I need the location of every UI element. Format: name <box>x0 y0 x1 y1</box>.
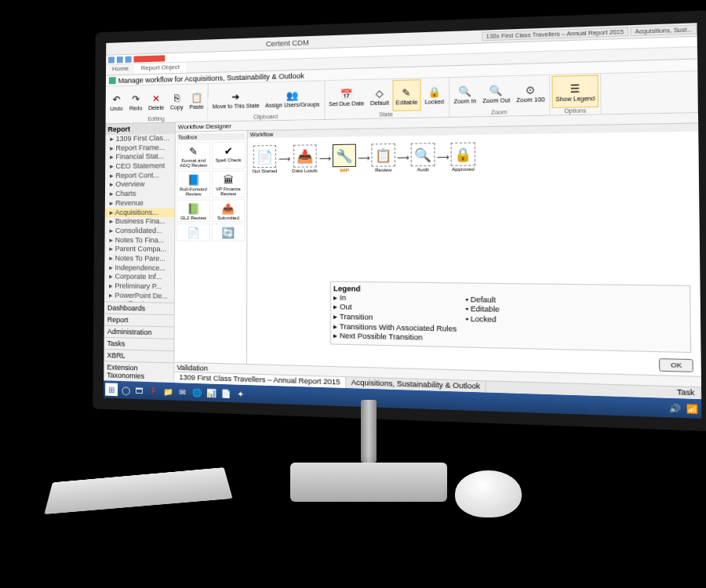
taskbar-icon[interactable]: 📄 <box>220 387 233 400</box>
taskbar-icon[interactable]: 🗔 <box>133 384 146 397</box>
toolbox-item[interactable]: 📘Roll-Forward Review <box>176 171 209 198</box>
zoom-in-icon: 🔍 <box>458 85 472 98</box>
set-due-button[interactable]: 📅Set Due Date <box>326 81 367 113</box>
tree-item[interactable]: ▸ Report Frame... <box>105 143 174 153</box>
toolbox-icon: ✎ <box>187 143 201 158</box>
qat-icon[interactable] <box>108 56 115 63</box>
taskbar-icon[interactable]: ◯ <box>119 383 132 397</box>
tree-item[interactable]: ▸ Financial Stat... <box>105 152 174 162</box>
taskbar-icon[interactable]: ✦ <box>234 387 247 401</box>
nav-header: Report <box>105 123 174 136</box>
redo-button[interactable]: ↷Redo <box>126 86 145 117</box>
toolbox-item[interactable]: 📤Submitted <box>212 199 246 222</box>
paste-button[interactable]: 📋Paste <box>187 85 206 115</box>
move-icon: ➜ <box>229 90 242 103</box>
keyboard <box>44 467 232 514</box>
document-tab[interactable]: Acquisitions, Sust... <box>630 24 697 36</box>
assign-button[interactable]: 👥Assign Users/Groups <box>263 82 322 114</box>
toolbox: Toolbox ✎Format and ADQ Review✔Spell Che… <box>174 131 247 364</box>
toolbox-icon: 📘 <box>186 172 200 187</box>
workflow-state[interactable]: 📄Not Started <box>253 145 278 173</box>
delete-icon: ✕ <box>150 92 162 104</box>
tree-item[interactable]: ▸ Business Fina... <box>105 217 175 227</box>
tree-item[interactable]: ▸ Parent Compa... <box>104 245 174 254</box>
toolbox-icon: ✔ <box>221 143 236 158</box>
zoom-100-icon: ⊙ <box>523 82 537 96</box>
toolbox-item[interactable]: ✎Format and ADQ Review <box>177 142 210 169</box>
tree-item[interactable]: ▸ Notes To Pare... <box>104 254 174 263</box>
toolbox-item[interactable]: ✔Spell Check <box>212 141 246 169</box>
taskbar-icon[interactable]: 🌐 <box>191 386 203 399</box>
qat-icon[interactable] <box>126 56 132 62</box>
tree-item[interactable]: ▸ Revenue <box>105 198 175 208</box>
ok-button[interactable]: OK <box>659 358 693 372</box>
tree-item[interactable]: ▸ 1309 First Class Tr... <box>105 134 174 144</box>
monitor-stand <box>282 400 455 510</box>
zoom-100-button[interactable]: ⊙Zoom 100 <box>514 76 548 109</box>
toolbox-icon: 📤 <box>221 201 236 215</box>
workflow-state[interactable]: 📥Data Loads <box>292 144 317 173</box>
tree-item[interactable]: ▸ Preliminary P... <box>104 281 174 292</box>
report-tree[interactable]: ▸ 1309 First Class Tr...▸ Report Frame..… <box>104 134 175 303</box>
mouse <box>455 470 522 517</box>
qat-icon[interactable] <box>117 56 123 63</box>
copy-icon: ⎘ <box>170 91 183 103</box>
nav-section[interactable]: Extension Taxonomies <box>104 361 173 383</box>
workflow-state[interactable]: 🔍Audit <box>411 143 435 172</box>
state-icon: 📄 <box>253 145 276 168</box>
tree-item[interactable]: ▸ Consolidated... <box>105 227 175 236</box>
taskbar-icon[interactable]: ✉ <box>176 385 188 398</box>
tree-item[interactable]: ▸ Independence... <box>104 263 174 274</box>
state-icon: 🔧 <box>333 144 356 168</box>
move-state-button[interactable]: ➜Move to This State <box>210 83 262 114</box>
transition-arrow: ⟶ <box>437 153 449 162</box>
transition-arrow: ⟶ <box>397 153 409 162</box>
taskbar-icon[interactable]: 📊 <box>205 386 218 399</box>
toolbox-item[interactable]: 🔄 <box>211 223 245 241</box>
workflow-canvas[interactable]: Workflow 📄Not Started⟶📥Data Loads⟶🔧WIP⟶📋… <box>247 124 701 376</box>
tray-icon[interactable]: 📶 <box>684 401 700 416</box>
toolbox-icon: 📗 <box>186 201 200 216</box>
ribbon-tab-report-object[interactable]: Report Object <box>135 63 186 74</box>
nav-section[interactable]: Dashboards <box>104 301 174 314</box>
transition-arrow: ⟶ <box>279 154 291 164</box>
state-icon: 🔒 <box>451 143 476 166</box>
tree-item[interactable]: ▸ Acquisitions... <box>105 208 175 217</box>
toolbox-item[interactable]: 🏛VP Finance Review <box>212 170 246 198</box>
workflow-state[interactable]: 🔧WIP <box>333 144 356 173</box>
workflow-state[interactable]: 🔒Approved <box>451 143 476 172</box>
legend: Legend ▸ In▸ Out▸ Transition▸ Transition… <box>330 281 691 353</box>
tray-icon[interactable]: 🔊 <box>667 401 682 416</box>
qat-highlight[interactable] <box>133 55 165 62</box>
state-icon: 🔍 <box>411 143 435 166</box>
tree-item[interactable]: ▸ Charts <box>105 190 175 199</box>
ribbon-tab-home[interactable]: Home <box>106 64 135 75</box>
tree-item[interactable]: ▸ Overview <box>105 180 175 190</box>
toolbox-icon: 📄 <box>186 225 200 239</box>
tree-item[interactable]: ▸ Notes To Fina... <box>104 236 174 245</box>
nav-section[interactable]: Report <box>104 314 174 327</box>
editable-button[interactable]: ✎Editable <box>392 79 421 111</box>
toolbox-item[interactable]: 📄 <box>176 223 209 241</box>
taskbar-icon[interactable]: 📁 <box>162 385 174 398</box>
tree-item[interactable]: ▸ Report Cont... <box>105 171 175 180</box>
start-button[interactable]: ⊞ <box>105 383 118 396</box>
edit-icon: ✎ <box>400 85 414 99</box>
toolbox-icon: 🏛 <box>221 172 236 187</box>
workflow-state[interactable]: 📋Review <box>371 143 395 172</box>
locked-button[interactable]: 🔒Locked <box>422 78 447 111</box>
default-button[interactable]: ◇Default <box>368 80 392 111</box>
transition-arrow: ⟶ <box>358 154 369 163</box>
redo-icon: ↷ <box>129 93 142 105</box>
show-legend-button[interactable]: ☰Show Legend <box>551 74 598 108</box>
toolbox-item[interactable]: 📗GL2 Review <box>176 199 209 222</box>
undo-button[interactable]: ↶Undo <box>107 87 126 117</box>
delete-button[interactable]: ✕Delete <box>146 85 166 116</box>
tree-item[interactable]: ▸ Corporate Inf... <box>104 273 174 283</box>
tree-item[interactable]: ▸ CEO Statement <box>105 162 175 172</box>
zoom-out-button[interactable]: 🔍Zoom Out <box>480 77 513 110</box>
copy-button[interactable]: ⎘Copy <box>167 85 186 116</box>
taskbar-icon[interactable]: F <box>147 384 160 397</box>
default-icon: ◇ <box>373 86 386 100</box>
zoom-in-button[interactable]: 🔍Zoom In <box>451 78 479 110</box>
